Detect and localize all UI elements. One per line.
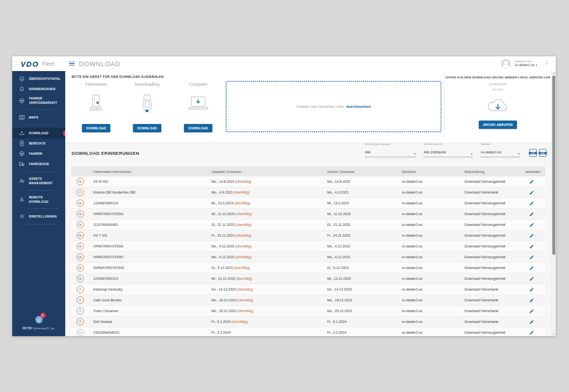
filter-location[interactable]: Standort vv-dealer2-ec ▾ bbox=[480, 146, 520, 157]
edit-pencil-icon[interactable] bbox=[529, 255, 534, 260]
user-account-menu[interactable]: Vaibhav Goel vv-dealer2-ec ▾ bbox=[501, 59, 537, 69]
row-planned-date: Mi., 13.9.2023 (überfällig) bbox=[211, 201, 327, 205]
sidebar-item-einstellungen[interactable]: EINSTELLUNGEN bbox=[12, 211, 65, 221]
row-legal-date: Di., 5.12.2023 bbox=[327, 266, 402, 270]
map-icon bbox=[19, 114, 25, 121]
row-location: vv-dealer2-ec bbox=[402, 245, 465, 248]
edit-pencil-icon[interactable] bbox=[529, 276, 534, 281]
table-row: Calin Ionut Berariu Mo., 18.12.2023 (übe… bbox=[71, 295, 545, 306]
row-location: vv-dealer2-ec bbox=[402, 298, 465, 302]
hamburger-menu-icon[interactable] bbox=[69, 62, 75, 66]
filter-reminders-for[interactable]: Erinnerungen für Alle Zeiträume ▾ bbox=[423, 146, 473, 157]
device-downloadkey: Downloadkey DOWNLOAD bbox=[122, 82, 173, 132]
notification-badge: 7 bbox=[40, 313, 46, 318]
sidebar-item-label: DOWNLOAD bbox=[29, 131, 49, 135]
row-description: Download Fahrzeugeinheit bbox=[465, 223, 525, 226]
kebab-menu-icon[interactable]: ⋮ bbox=[544, 61, 549, 66]
row-type-icon bbox=[77, 275, 84, 282]
archive-fetch-button[interactable]: ARCHIV ABRUFEN bbox=[479, 121, 517, 129]
archive-section: DATEN AUS DEM DOWNLOAD-ARCHIV WIEDER LOK… bbox=[444, 71, 551, 142]
row-location: vv-dealer2-ec bbox=[402, 309, 465, 313]
sidebar-item-erinnerungen[interactable]: ERINNERUNGEN bbox=[12, 84, 65, 94]
vertical-scrollbar[interactable]: ▲ ▼ bbox=[551, 71, 556, 336]
edit-pencil-icon[interactable] bbox=[529, 309, 534, 314]
edit-pencil-icon[interactable] bbox=[529, 266, 534, 270]
row-description: Download Fahrzeugeinheit bbox=[465, 180, 525, 183]
sidebar-item-label: ASSETS MANAGEMENT bbox=[29, 176, 63, 185]
table-row: VRNFORSYSTEM7 Mo., 4.12.2023 (überfällig… bbox=[71, 252, 545, 263]
row-planned-date: Fr., 9.2.2024 bbox=[211, 331, 327, 334]
row-description: Download Fahrerkarte bbox=[465, 309, 525, 313]
row-description: Download Fahrzeugeinheit bbox=[465, 212, 525, 216]
row-type-icon bbox=[77, 318, 84, 325]
edit-pencil-icon[interactable] bbox=[529, 233, 534, 238]
assets-pin-icon bbox=[19, 178, 25, 184]
archive-title: DATEN AUS DEM DOWNLOAD-ARCHIV WIEDER LOK… bbox=[444, 75, 551, 79]
edit-pencil-icon[interactable] bbox=[529, 287, 534, 292]
row-location: vv-dealer2-ec bbox=[402, 320, 465, 323]
download-card-button[interactable]: DOWNLOAD bbox=[82, 124, 110, 132]
sidebar-item-berichte[interactable]: BERICHTE bbox=[12, 138, 65, 148]
edit-pencil-icon[interactable] bbox=[529, 179, 534, 184]
device-options: Fahrerkarte DOWNLOAD Downloadkey bbox=[71, 82, 224, 132]
sidebar-item-label: FAHRZEUGE bbox=[29, 162, 49, 166]
table-row: VRNFORSYSTEM1 Mi., 11.10.2023 (überfälli… bbox=[71, 209, 545, 220]
csv-file-icon[interactable]: CSV bbox=[529, 149, 537, 157]
table-row: 1234567890123 Mi., 13.12.2023 (überfälli… bbox=[71, 273, 545, 284]
scroll-up-arrow-icon[interactable]: ▲ bbox=[552, 72, 556, 74]
bell-icon bbox=[19, 86, 25, 92]
user-account[interactable]: vv-dealer2-ec ▾ bbox=[515, 63, 537, 68]
column-header-legal: Gesetzl. Download bbox=[327, 170, 402, 173]
download-computer-button[interactable]: DOWNLOAD bbox=[184, 124, 212, 132]
export-buttons: CSV PDF bbox=[529, 149, 546, 157]
device-label: Fahrerkarte bbox=[85, 82, 107, 87]
main-content: BITTE EIN GERÄT FÜR DEN DOWNLOAD AUSWÄHL… bbox=[65, 71, 551, 336]
column-header-location: Standorte bbox=[402, 170, 465, 173]
row-legal-date: Fr., 5.1.2024 bbox=[327, 320, 402, 323]
edit-pencil-icon[interactable] bbox=[529, 244, 534, 249]
table-row: Kristina 280 Musterfrau 280 Mo., 4.9.202… bbox=[71, 187, 545, 198]
sidebar-item-label: ÜBERSICHTSTAFEL bbox=[29, 76, 61, 81]
table-row: Dell Gioarsa Fr., 5.1.2024 (überfällig) … bbox=[71, 317, 545, 327]
download-key-button[interactable]: DOWNLOAD bbox=[133, 124, 161, 132]
column-header-planned[interactable]: Geplanter Download↑ bbox=[211, 170, 327, 173]
pdf-file-icon[interactable]: PDF bbox=[539, 149, 546, 157]
row-type-icon bbox=[77, 243, 84, 250]
sidebar-item-uebersichtstafel[interactable]: ÜBERSICHTSTAFEL bbox=[12, 74, 65, 84]
sidebar-item-remote-download[interactable]: REMOTE DOWNLOAD bbox=[12, 193, 65, 206]
sidebar-item-fahrer-verfuegbarkeit[interactable]: FAHRER VERFÜGBARKEIT bbox=[12, 94, 65, 107]
row-planned-date: Mi., 13.12.2023 (überfällig) bbox=[211, 277, 327, 280]
edit-pencil-icon[interactable] bbox=[529, 222, 534, 227]
sidebar-item-fahrzeuge[interactable]: FAHRZEUGE bbox=[12, 159, 65, 169]
edit-pencil-icon[interactable] bbox=[529, 319, 534, 324]
browse-files-link[interactable]: durchsuchen bbox=[346, 104, 371, 109]
sidebar-item-assets-management[interactable]: ASSETS MANAGEMENT bbox=[12, 174, 65, 187]
chevron-down-icon: ▾ bbox=[518, 152, 519, 155]
dashboard-icon bbox=[19, 75, 25, 82]
sidebar-item-download[interactable]: DOWNLOAD bbox=[12, 128, 65, 138]
row-type-icon bbox=[77, 296, 84, 304]
sidebar-item-fahrer[interactable]: FAHRER bbox=[12, 148, 65, 159]
edit-pencil-icon[interactable] bbox=[529, 330, 534, 335]
sidebar-divider bbox=[27, 224, 58, 224]
table-row: CS22SIMINA222 Fr., 9.2.2024 Fr., 9.2.202… bbox=[71, 327, 545, 336]
row-planned-date: Di., 21.11.2023 (überfällig) bbox=[211, 223, 327, 226]
avatar bbox=[501, 59, 511, 69]
scroll-down-arrow-icon[interactable]: ▼ bbox=[552, 333, 556, 336]
file-dropzone[interactable]: Dateien hier hinziehen oder durchsuchen bbox=[226, 81, 441, 132]
edit-pencil-icon[interactable] bbox=[529, 201, 534, 206]
sidebar-item-label: ERINNERUNGEN bbox=[29, 87, 55, 91]
row-type-icon bbox=[77, 307, 84, 315]
sidebar-item-label: FAHRER bbox=[29, 151, 42, 156]
sidebar-divider bbox=[27, 190, 58, 191]
row-planned-date: Di., 5.12.2023 (überfällig) bbox=[211, 266, 327, 270]
scrollbar-thumb[interactable] bbox=[552, 75, 555, 255]
sidebar-item-label: MAPS bbox=[29, 115, 38, 120]
row-description: Download Fahrzeugeinheit bbox=[465, 266, 525, 270]
edit-pencil-icon[interactable] bbox=[529, 298, 534, 303]
edit-pencil-icon[interactable] bbox=[529, 212, 534, 217]
edit-pencil-icon[interactable] bbox=[529, 190, 534, 195]
sidebar-item-maps[interactable]: MAPS bbox=[12, 112, 65, 122]
row-planned-date: Mi., 11.10.2023 (überfällig) bbox=[211, 212, 327, 216]
filter-show-reminders[interactable]: Erinnerungen anzeigen Alle ▾ bbox=[364, 146, 416, 157]
